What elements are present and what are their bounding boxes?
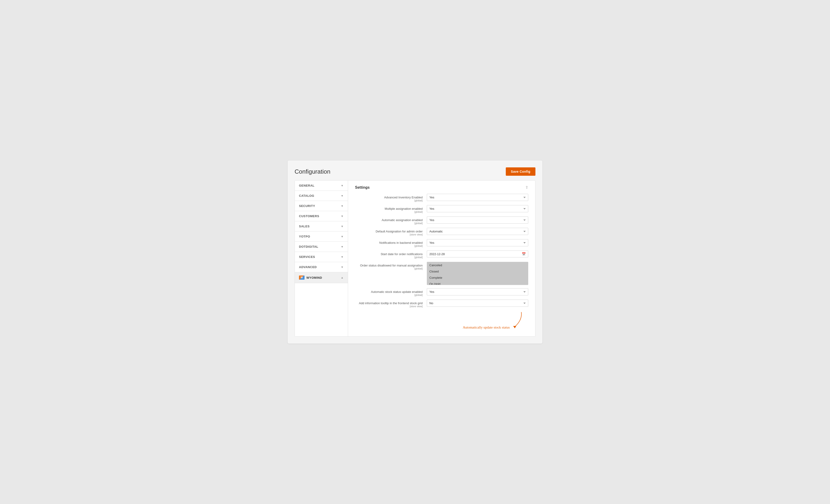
form-row-advanced_inventory_enabled: Advanced Inventory Enabled [global] YesN…: [355, 194, 528, 202]
label-col-start_date_order_notifications: Start date for order notifications [glob…: [355, 250, 427, 259]
control-col-add_information_tooltip: YesNo: [427, 300, 528, 307]
sidebar-item-label-catalog: CATALOG: [299, 194, 314, 198]
form-row-automatic_assignation_enabled: Automatic assignation enabled [global] Y…: [355, 216, 528, 225]
chevron-icon: ▲: [341, 276, 344, 279]
sidebar: GENERAL ▼ CATALOG ▼ SECURITY ▼ CUSTOMERS…: [295, 180, 348, 336]
annotation-arrow: [510, 311, 523, 330]
sidebar-item-services[interactable]: SERVICES ▼: [295, 252, 348, 262]
form-row-multiple_assignation_enabled: Multiple assignation enabled [global] Ye…: [355, 205, 528, 213]
label-col-multiple_assignation_enabled: Multiple assignation enabled [global]: [355, 205, 427, 213]
field-scope-multiple_assignation_enabled: [global]: [355, 210, 423, 213]
select-advanced_inventory_enabled[interactable]: YesNo: [427, 194, 528, 201]
chevron-icon: ▼: [341, 225, 344, 228]
select-default_assignation_admin_order[interactable]: AutomaticManual: [427, 228, 528, 235]
form-row-start_date_order_notifications: Start date for order notifications [glob…: [355, 250, 528, 259]
form-row-automatic_stock_status_update: Automatic stock status update enabled [g…: [355, 288, 528, 296]
sidebar-item-customers[interactable]: CUSTOMERS ▼: [295, 211, 348, 221]
sidebar-item-catalog[interactable]: CATALOG ▼: [295, 191, 348, 201]
label-col-automatic_stock_status_update: Automatic stock status update enabled [g…: [355, 288, 427, 296]
sidebar-item-dotdigital[interactable]: DOTDIGITAL ▼: [295, 242, 348, 252]
field-scope-default_assignation_admin_order: [store view]: [355, 233, 423, 236]
listbox-order_status_disallowed[interactable]: CanceledClosedCompleteOn Hold: [427, 262, 528, 285]
form-row-add_information_tooltip: Add information tooltip in the frontend …: [355, 300, 528, 308]
form-row-notifications_backend_enabled: Notifications in backend enabled [global…: [355, 239, 528, 247]
control-col-default_assignation_admin_order: AutomaticManual: [427, 228, 528, 235]
chevron-icon: ▼: [341, 235, 344, 238]
label-col-add_information_tooltip: Add information tooltip in the frontend …: [355, 300, 427, 308]
field-scope-automatic_assignation_enabled: [global]: [355, 222, 423, 225]
sidebar-item-label-dotdigital: DOTDIGITAL: [299, 245, 318, 248]
section-title: Settings: [355, 186, 370, 190]
wyomind-logo: W WYOMIND: [299, 275, 322, 280]
sidebar-item-sales[interactable]: SALES ▼: [295, 221, 348, 232]
main-content: GENERAL ▼ CATALOG ▼ SECURITY ▼ CUSTOMERS…: [294, 180, 536, 337]
listbox-item[interactable]: On Hold: [427, 281, 528, 285]
control-col-start_date_order_notifications: 📅: [427, 250, 528, 258]
collapse-button[interactable]: ⇧: [525, 185, 528, 190]
page-title: Configuration: [294, 168, 330, 175]
control-col-automatic_assignation_enabled: YesNo: [427, 216, 528, 224]
field-label-notifications_backend_enabled: Notifications in backend enabled: [355, 241, 423, 244]
field-scope-advanced_inventory_enabled: [global]: [355, 199, 423, 202]
control-col-advanced_inventory_enabled: YesNo: [427, 194, 528, 201]
date-input-start_date_order_notifications[interactable]: [429, 253, 522, 256]
label-col-default_assignation_admin_order: Default Assignation for admin order [sto…: [355, 228, 427, 236]
sidebar-item-label-wyomind: WYOMIND: [307, 276, 322, 279]
sidebar-item-label-services: SERVICES: [299, 255, 315, 259]
field-label-multiple_assignation_enabled: Multiple assignation enabled: [355, 207, 423, 210]
sidebar-item-advanced[interactable]: ADVANCED ▼: [295, 262, 348, 272]
sidebar-item-yotpo[interactable]: YOTPO ▼: [295, 232, 348, 242]
page-wrapper: Configuration Save Config GENERAL ▼ CATA…: [288, 161, 542, 343]
field-label-advanced_inventory_enabled: Advanced Inventory Enabled: [355, 196, 423, 199]
field-label-automatic_stock_status_update: Automatic stock status update enabled: [355, 290, 423, 294]
annotation-area: Automatically update stock status: [355, 311, 528, 330]
sidebar-item-label-general: GENERAL: [299, 184, 315, 187]
chevron-icon: ▼: [341, 266, 344, 269]
sidebar-item-label-customers: CUSTOMERS: [299, 214, 319, 218]
page-header: Configuration Save Config: [294, 167, 536, 176]
save-config-button[interactable]: Save Config: [506, 167, 536, 176]
select-automatic_stock_status_update[interactable]: YesNo: [427, 288, 528, 295]
calendar-icon[interactable]: 📅: [522, 252, 526, 256]
chevron-icon: ▼: [341, 245, 344, 248]
sidebar-item-label-security: SECURITY: [299, 204, 315, 208]
chevron-icon: ▼: [341, 204, 344, 208]
select-notifications_backend_enabled[interactable]: YesNo: [427, 239, 528, 246]
field-scope-order_status_disallowed: [global]: [355, 267, 423, 270]
field-scope-automatic_stock_status_update: [global]: [355, 294, 423, 296]
field-scope-add_information_tooltip: [store view]: [355, 305, 423, 308]
control-col-automatic_stock_status_update: YesNo: [427, 288, 528, 295]
listbox-item[interactable]: Closed: [427, 268, 528, 275]
control-col-notifications_backend_enabled: YesNo: [427, 239, 528, 246]
annotation-text: Automatically update stock status: [463, 326, 510, 330]
label-col-order_status_disallowed: Order status disallowed for manual assig…: [355, 262, 427, 270]
date-wrapper-start_date_order_notifications: 📅: [427, 250, 528, 258]
chevron-icon: ▼: [341, 214, 344, 218]
chevron-icon: ▼: [341, 184, 344, 187]
section-header: Settings ⇧: [355, 185, 528, 190]
form-row-default_assignation_admin_order: Default Assignation for admin order [sto…: [355, 228, 528, 236]
chevron-icon: ▼: [341, 255, 344, 259]
select-multiple_assignation_enabled[interactable]: YesNo: [427, 205, 528, 212]
sidebar-item-label-advanced: ADVANCED: [299, 265, 317, 269]
form-fields: Advanced Inventory Enabled [global] YesN…: [355, 194, 528, 308]
listbox-item[interactable]: Complete: [427, 275, 528, 281]
field-label-order_status_disallowed: Order status disallowed for manual assig…: [355, 264, 423, 267]
select-automatic_assignation_enabled[interactable]: YesNo: [427, 216, 528, 224]
sidebar-item-label-sales: SALES: [299, 225, 310, 228]
sidebar-item-general[interactable]: GENERAL ▼: [295, 180, 348, 191]
field-label-default_assignation_admin_order: Default Assignation for admin order: [355, 230, 423, 233]
sidebar-item-label-yotpo: YOTPO: [299, 235, 310, 238]
label-col-automatic_assignation_enabled: Automatic assignation enabled [global]: [355, 216, 427, 225]
chevron-icon: ▼: [341, 194, 344, 198]
field-scope-notifications_backend_enabled: [global]: [355, 244, 423, 247]
label-col-advanced_inventory_enabled: Advanced Inventory Enabled [global]: [355, 194, 427, 202]
field-label-automatic_assignation_enabled: Automatic assignation enabled: [355, 218, 423, 222]
listbox-item[interactable]: Canceled: [427, 262, 528, 268]
field-scope-start_date_order_notifications: [global]: [355, 256, 423, 259]
sidebar-item-security[interactable]: SECURITY ▼: [295, 201, 348, 211]
svg-marker-0: [513, 326, 516, 328]
select-add_information_tooltip[interactable]: YesNo: [427, 300, 528, 307]
field-label-add_information_tooltip: Add information tooltip in the frontend …: [355, 301, 423, 305]
sidebar-item-wyomind[interactable]: W WYOMIND ▲: [295, 272, 348, 283]
